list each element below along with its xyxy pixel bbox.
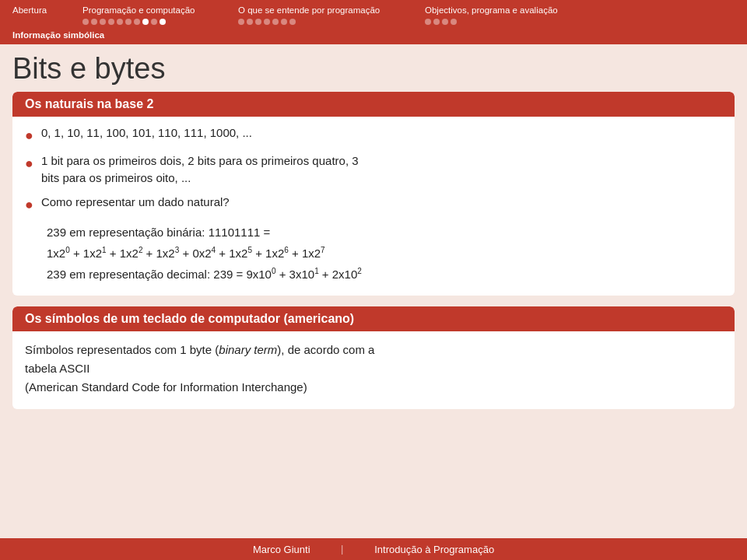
dot xyxy=(134,19,140,25)
nav-item-abertura[interactable]: Abertura xyxy=(12,5,82,16)
dot xyxy=(117,19,123,25)
dot xyxy=(238,19,244,25)
nav-label-programacao: Programação e computação xyxy=(82,5,195,16)
nav-dots-programacao xyxy=(82,19,166,25)
sub-nav-label: Informação simbólica xyxy=(12,30,104,40)
bullet-icon-2: ● xyxy=(25,153,33,174)
nav-dots-oque xyxy=(238,19,296,25)
footer-left: Marco Giunti xyxy=(253,544,310,555)
page-title-area: Bits e bytes xyxy=(0,44,747,92)
math-line-1: 239 em representação binária: 11101111 = xyxy=(47,222,722,243)
math-line-3: 239 em representação decimal: 239 = 9x10… xyxy=(47,264,722,285)
dot-active xyxy=(142,19,149,25)
dot xyxy=(108,19,114,25)
nav-label-oque: O que se entende por programação xyxy=(238,5,380,16)
math-line-2: 1x20 + 1x21 + 1x22 + 1x23 + 0x24 + 1x25 … xyxy=(47,243,722,264)
bullet-item-1: ● 0, 1, 10, 11, 100, 101, 110, 111, 1000… xyxy=(25,124,722,146)
dot-active xyxy=(160,19,166,25)
footer-divider: | xyxy=(342,543,344,555)
dot xyxy=(442,19,448,25)
nav-item-objectivos[interactable]: Objectivos, programa e avaliação xyxy=(425,5,580,25)
nav-label-objectivos: Objectivos, programa e avaliação xyxy=(425,5,558,16)
dot xyxy=(433,19,440,25)
card-simbolos-line1: Símbolos representados com 1 byte (binar… xyxy=(25,341,722,397)
bullet-icon-1: ● xyxy=(25,125,33,146)
bullet-item-3: ● Como representar um dado natural? xyxy=(25,194,722,215)
dot xyxy=(91,19,97,25)
bullet-text-2: 1 bit para os primeiros dois, 2 bits par… xyxy=(41,152,359,187)
dot xyxy=(151,19,157,25)
bullet-item-2: ● 1 bit para os primeiros dois, 2 bits p… xyxy=(25,152,722,187)
bullet-icon-3: ● xyxy=(25,194,33,215)
card-simbolos-header: Os símbolos de um teclado de computador … xyxy=(12,306,735,331)
dot xyxy=(100,19,106,25)
footer: Marco Giunti | Introdução à Programação xyxy=(0,538,747,560)
dot xyxy=(289,19,296,25)
card-simbolos: Os símbolos de um teclado de computador … xyxy=(12,306,735,409)
dot xyxy=(82,19,89,25)
dot xyxy=(247,19,253,25)
nav-item-oque[interactable]: O que se entende por programação xyxy=(238,5,425,25)
math-block: 239 em representação binária: 11101111 =… xyxy=(47,222,722,285)
bullet-text-1: 0, 1, 10, 11, 100, 101, 110, 111, 1000, … xyxy=(41,124,252,142)
nav-item-programacao[interactable]: Programação e computação xyxy=(82,5,238,25)
dot xyxy=(425,19,431,25)
card-naturais: Os naturais na base 2 ● 0, 1, 10, 11, 10… xyxy=(12,92,735,296)
dot xyxy=(125,19,132,25)
dot xyxy=(281,19,287,25)
page-title: Bits e bytes xyxy=(12,52,735,86)
footer-right: Introdução à Programação xyxy=(374,544,494,555)
card-simbolos-body: Símbolos representados com 1 byte (binar… xyxy=(12,331,735,409)
dot xyxy=(255,19,261,25)
dot xyxy=(264,19,270,25)
sub-nav: Informação simbólica xyxy=(0,28,747,44)
main-content: Os naturais na base 2 ● 0, 1, 10, 11, 10… xyxy=(0,92,747,409)
nav-dots-objectivos xyxy=(425,19,457,25)
nav-label-abertura: Abertura xyxy=(12,5,47,16)
dot xyxy=(451,19,457,25)
top-nav: Abertura Programação e computação O que … xyxy=(0,0,747,28)
bullet-text-3: Como representar um dado natural? xyxy=(41,194,230,212)
card-naturais-header: Os naturais na base 2 xyxy=(12,92,735,117)
dot xyxy=(272,19,279,25)
card-naturais-body: ● 0, 1, 10, 11, 100, 101, 110, 111, 1000… xyxy=(12,117,735,296)
